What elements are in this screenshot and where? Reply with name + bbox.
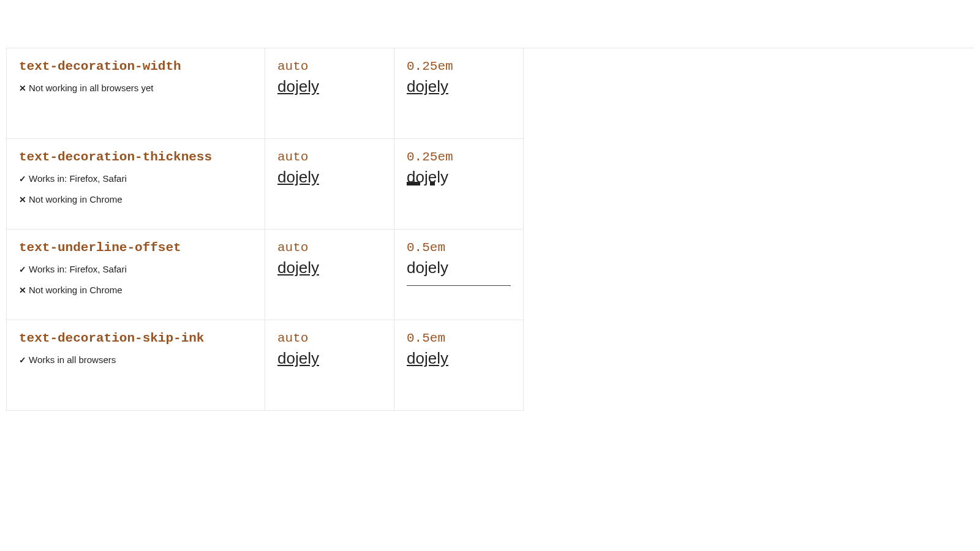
support-note-text: Not working in Chrome: [29, 285, 123, 295]
value-label: 0.5em: [407, 331, 511, 345]
sample-cell-a: autodojely: [265, 139, 394, 230]
property-cell: text-underline-offset✓Works in: Firefox,…: [7, 230, 265, 320]
value-label: auto: [277, 59, 382, 73]
support-note: ✕Not working in all browsers yet: [19, 82, 252, 94]
sample-text: dojely: [277, 349, 382, 368]
property-name: text-underline-offset: [19, 241, 252, 255]
value-label: 0.5em: [407, 241, 511, 255]
sample-cell-b: 0.5emdojely: [394, 230, 524, 320]
sample-text: dojely: [407, 258, 511, 286]
property-cell: text-decoration-width✕Not working in all…: [7, 48, 265, 139]
support-note-text: Works in all browsers: [29, 354, 116, 365]
property-name: text-decoration-width: [19, 59, 252, 73]
sample-text: dojely: [277, 258, 382, 277]
property-cell: text-decoration-thickness✓Works in: Fire…: [7, 139, 265, 230]
sample-text: dojely: [407, 349, 511, 368]
sample-cell-a: autodojely: [265, 48, 394, 139]
support-note: ✓Works in all browsers: [19, 354, 252, 366]
value-label: auto: [277, 150, 382, 164]
sample-cell-b: 0.25emdojely: [394, 48, 524, 139]
sample-cell-b: 0.25emdojely: [394, 139, 524, 230]
check-icon: ✓: [19, 264, 26, 276]
support-note-text: Works in: Firefox, Safari: [29, 173, 127, 184]
sample-text: dojely: [407, 77, 511, 96]
cross-icon: ✕: [19, 194, 26, 206]
sample-text: dojely: [407, 168, 511, 187]
property-name: text-decoration-skip-ink: [19, 331, 252, 345]
check-icon: ✓: [19, 354, 26, 366]
value-label: 0.25em: [407, 59, 511, 73]
properties-table: text-decoration-width✕Not working in all…: [6, 48, 974, 411]
support-note-text: Not working in Chrome: [29, 194, 123, 204]
support-note-text: Works in: Firefox, Safari: [29, 264, 127, 274]
cross-icon: ✕: [19, 83, 26, 94]
sample-cell-a: autodojely: [265, 320, 394, 411]
sample-text: dojely: [277, 77, 382, 96]
support-note-text: Not working in all browsers yet: [29, 83, 153, 93]
value-label: auto: [277, 241, 382, 255]
support-note: ✕Not working in Chrome: [19, 284, 252, 296]
value-label: 0.25em: [407, 150, 511, 164]
check-icon: ✓: [19, 173, 26, 185]
cross-icon: ✕: [19, 285, 26, 296]
property-cell: text-decoration-skip-ink✓Works in all br…: [7, 320, 265, 411]
support-note: ✓Works in: Firefox, Safari: [19, 173, 252, 185]
support-note: ✓Works in: Firefox, Safari: [19, 263, 252, 276]
support-note: ✕Not working in Chrome: [19, 193, 252, 206]
value-label: auto: [277, 331, 382, 345]
property-name: text-decoration-thickness: [19, 150, 252, 164]
sample-cell-a: autodojely: [265, 230, 394, 320]
sample-text: dojely: [277, 168, 382, 187]
sample-cell-b: 0.5emdojely: [394, 320, 524, 411]
